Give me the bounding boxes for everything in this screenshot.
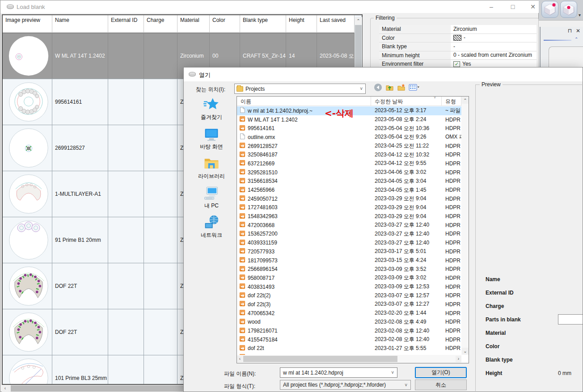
list-item[interactable]: 24590507122023-03-29 오전 9:04HDPR <box>237 194 461 203</box>
column-header[interactable]: 수정한 날짜 <box>371 97 442 105</box>
blank-cube-button-2[interactable] <box>560 1 577 18</box>
cancel-button[interactable]: 취소 <box>415 379 467 390</box>
list-item[interactable]: 32508461872023-04-12 오전 10:32HDPR <box>237 150 461 159</box>
close-button[interactable]: ✕ <box>526 2 540 11</box>
folder-icon <box>237 86 243 92</box>
up-one-level-button[interactable] <box>385 83 394 92</box>
column-header[interactable]: Image preview <box>3 15 52 33</box>
panel-divider <box>544 40 571 41</box>
file-type-combobox[interactable]: All project files (*.hdproj;*.hdprojz;*.… <box>280 380 411 390</box>
filter-row[interactable]: Blank type- <box>379 42 537 51</box>
list-item[interactable]: 32952815102023-04-06 오후 3:02HDPR <box>237 168 461 177</box>
open-button[interactable]: 열기(O) <box>415 367 467 378</box>
look-in-value: Projects <box>245 86 265 92</box>
file-type: HDPR <box>442 160 461 167</box>
sidebar-item-network[interactable]: 네트워크 <box>187 215 236 239</box>
panel-close-icon[interactable]: ✕ <box>576 28 582 34</box>
chevron-down-icon[interactable]: ˅ <box>360 86 363 91</box>
list-item[interactable]: 18170995732023-03-15 오후 4:24HDPR <box>237 256 461 265</box>
list-item[interactable]: 15483429632023-03-29 오전 9:04HDPR <box>237 212 461 221</box>
sidebar-item-favorites[interactable]: 즐겨찾기 <box>187 97 236 121</box>
new-folder-button[interactable] <box>397 83 406 92</box>
sidebar-item-pc[interactable]: 내 PC <box>187 185 236 210</box>
app-disc-icon <box>6 4 14 11</box>
file-date-modified: 2023-02-08 오후 4:49 <box>371 318 442 326</box>
list-item[interactable]: 1425659662023-04-05 오후 1:45HDPR <box>237 185 461 194</box>
column-header[interactable]: 이름 <box>237 97 371 105</box>
list-item[interactable]: 15362572002023-03-27 오후 12:40HDPR <box>237 230 461 239</box>
column-header[interactable]: Blank type <box>240 15 286 33</box>
file-list-rows: w ml at 14t 1.2402.hdproj.~2023-05-12 오후… <box>237 106 461 355</box>
file-date-modified: 2023-04-06 오후 3:02 <box>371 169 442 176</box>
column-header[interactable]: Color <box>210 15 240 33</box>
minimize-button[interactable]: – <box>485 2 498 11</box>
filter-row[interactable]: Minimum height0 - scaled from current Zi… <box>379 51 537 60</box>
views-menu-button[interactable] <box>409 83 420 92</box>
chevron-down-icon[interactable]: ˅ <box>405 383 407 388</box>
chevron-down-icon[interactable]: ˅ <box>391 370 394 375</box>
list-item[interactable]: dof 22t2023-01-27 오후 5:55HDPR <box>237 344 461 353</box>
file-name-text: 1817099573 <box>248 257 278 264</box>
preview-field-row: Charge <box>486 299 583 313</box>
file-name-text: dof 22t(2) <box>248 292 270 299</box>
filter-value[interactable]: 0 - scaled from current Zirconium <box>451 51 537 60</box>
list-item[interactable]: 4038314932023-03-09 오후 12:53HDPR <box>237 282 461 291</box>
list-item[interactable]: 26991285272023-04-25 오전 11:22HDPR <box>237 142 461 151</box>
sidebar-item-label: 내 PC <box>187 202 236 210</box>
list-item[interactable]: 25668961542023-03-09 오후 3:52HDPR <box>237 265 461 274</box>
pin-icon[interactable]: ⊓ <box>568 28 574 34</box>
back-button[interactable] <box>374 83 382 92</box>
blank-preview-image <box>3 263 52 309</box>
list-item[interactable]: 17274816032023-03-29 오전 9:04HDPR <box>237 203 461 212</box>
filter-value-text: Zirconium <box>453 25 477 34</box>
blank-cube-button-1[interactable] <box>541 1 558 18</box>
sort-indicator-icon: ˅ <box>434 96 436 100</box>
file-name: 4155475184 <box>237 336 371 343</box>
column-header[interactable]: Name <box>52 15 108 33</box>
list-item[interactable]: 6372126692023-04-12 오전 9:55HDPR <box>237 159 461 168</box>
file-type-value: All project files (*.hdproj;*.hdprojz;*.… <box>283 382 386 388</box>
list-item[interactable]: dof 22t(2)2023-03-07 오후 12:57HDPR <box>237 291 461 300</box>
file-list-vertical-scrollbar[interactable]: ⌃ ⌄ <box>461 97 469 355</box>
column-header[interactable]: Last saved <box>317 15 355 33</box>
maximize-button[interactable]: □ <box>506 2 520 11</box>
list-item[interactable]: 41554751842023-02-08 오후 12:40HDPR <box>237 335 461 344</box>
list-item[interactable]: dof 22t(3)2023-03-07 오후 12:27HDPR <box>237 300 461 309</box>
file-date-modified: 2023-03-27 오후 12:40 <box>371 239 442 247</box>
filter-value[interactable]: - <box>451 42 537 51</box>
file-list-horizontal-scrollbar[interactable]: ‹ › <box>237 355 461 363</box>
file-name-text: w ml at 14t 1.2402.hdproj.~ <box>248 108 313 114</box>
file-name-combobox[interactable]: w ml at 14t 1.2402.hdproj ˅ <box>280 367 397 378</box>
list-item[interactable]: 9956141612023-05-04 오전 10:36HDPR <box>237 124 461 133</box>
list-item[interactable]: 4700653422023-02-20 오후 1:44HDPR <box>237 309 461 318</box>
list-item[interactable]: 40393311592023-03-27 오후 12:40HDPR <box>237 238 461 247</box>
sidebar-item-libraries[interactable]: 라이브러리 <box>187 156 236 180</box>
collapse-chevron-icon[interactable]: ⌃ <box>575 37 578 42</box>
file-name: 1817099573 <box>237 257 371 264</box>
preview-field-label: Blank type <box>486 357 513 363</box>
list-item[interactable]: 7205779332023-03-17 오후 5:01HDPR <box>237 247 461 256</box>
column-header[interactable]: Height <box>286 15 317 33</box>
list-item[interactable]: 31566185342023-04-05 오후 3:04HDPR <box>237 177 461 186</box>
cell-charge <box>144 79 177 125</box>
list-item[interactable]: 9580087172023-03-09 오후 3:02HDPR <box>237 274 461 282</box>
filter-row[interactable]: Color- <box>379 34 537 43</box>
list-item[interactable]: wood2023-02-08 오후 4:49HDPR <box>237 318 461 327</box>
list-item[interactable]: outline.omx2023-05-04 오전 9:26OMX 파 <box>237 133 461 142</box>
file-date-modified: 2023-05-12 오후 3:17 <box>371 107 442 114</box>
file-name-text: 4039331159 <box>248 240 277 246</box>
filter-row[interactable]: MaterialZirconium <box>379 25 537 34</box>
file-name: 637212669 <box>237 160 371 167</box>
column-header[interactable]: Charge <box>144 15 177 33</box>
list-item[interactable]: 17982160712023-02-08 오후 12:40HDPR <box>237 326 461 335</box>
sidebar-item-desktop[interactable]: 바탕 화면 <box>187 126 236 151</box>
filter-value[interactable]: - <box>451 34 537 42</box>
column-header[interactable]: 유형 <box>442 97 461 105</box>
checkbox-checked-icon[interactable]: ✓ <box>453 61 460 67</box>
parts-in-blank-input[interactable] <box>558 314 583 325</box>
look-in-combobox[interactable]: Projects ˅ <box>234 84 366 94</box>
column-header[interactable]: Material <box>177 15 210 33</box>
list-item[interactable]: 4720036682023-03-27 오후 12:40HDPR <box>237 221 461 230</box>
column-header[interactable]: External ID <box>108 15 144 33</box>
filter-value[interactable]: Zirconium <box>451 25 537 34</box>
